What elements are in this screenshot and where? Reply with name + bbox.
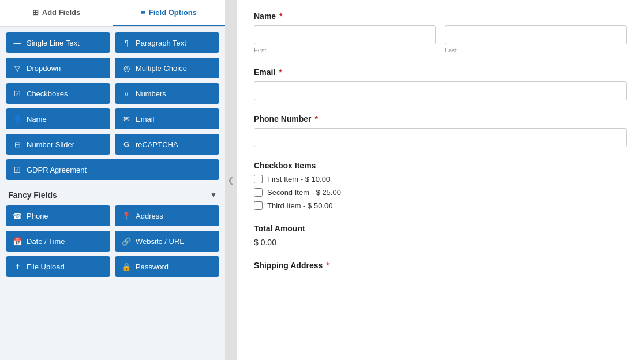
- field-btn-gdpr[interactable]: ☑ GDPR Agreement: [6, 159, 219, 180]
- phone-input[interactable]: [254, 128, 627, 147]
- gdpr-icon: ☑: [13, 165, 22, 174]
- email-icon: ✉: [122, 114, 131, 123]
- field-btn-file-upload[interactable]: ⬆ File Upload: [6, 256, 110, 277]
- field-btn-name[interactable]: 👤 Name: [6, 108, 110, 129]
- shipping-address-required: *: [324, 261, 329, 270]
- right-panel: Name * First Last Email * Phone Number *…: [237, 0, 644, 360]
- field-btn-checkboxes[interactable]: ☑ Checkboxes: [6, 83, 110, 104]
- chevron-left-icon: ❮: [227, 175, 234, 185]
- dropdown-icon: ▽: [13, 63, 22, 73]
- fancy-fields-collapse-icon: ▼: [210, 191, 217, 199]
- date-time-icon: 📅: [13, 237, 22, 246]
- checkbox-item-3-input[interactable]: [254, 201, 263, 210]
- total-amount-label: Total Amount: [254, 224, 627, 233]
- field-btn-address[interactable]: 📍 Address: [115, 205, 219, 226]
- recaptcha-icon: G: [122, 140, 131, 149]
- address-icon: 📍: [122, 211, 131, 220]
- numbers-icon: #: [122, 89, 131, 98]
- first-name-wrap: First: [254, 25, 436, 54]
- checkbox-item-2-label: Second Item - $ 25.00: [267, 188, 341, 197]
- tab-field-options-label: Field Options: [149, 8, 197, 17]
- email-required: *: [276, 68, 282, 77]
- name-label: Name *: [254, 12, 627, 21]
- website-url-icon: 🔗: [122, 237, 131, 246]
- fancy-fields-section-header[interactable]: Fancy Fields ▼: [6, 185, 219, 205]
- phone-number-label: Phone Number *: [254, 114, 627, 123]
- gdpr-grid: ☑ GDPR Agreement: [6, 159, 219, 180]
- form-total-amount-group: Total Amount $ 0.00: [254, 224, 627, 247]
- field-btn-single-line-text[interactable]: — Single Line Text: [6, 32, 110, 53]
- fancy-fields-label: Fancy Fields: [8, 190, 57, 200]
- left-panel: ⊞ Add Fields ≡ Field Options — Single Li…: [0, 0, 225, 360]
- name-row: First Last: [254, 25, 627, 54]
- checkbox-item-3-label: Third Item - $ 50.00: [267, 201, 332, 210]
- email-label: Email *: [254, 68, 627, 77]
- checkbox-item-2: Second Item - $ 25.00: [254, 188, 627, 197]
- field-btn-password[interactable]: 🔒 Password: [115, 256, 219, 277]
- field-btn-phone[interactable]: ☎ Phone: [6, 205, 110, 226]
- phone-icon: ☎: [13, 211, 22, 220]
- number-slider-icon: ⊟: [13, 140, 22, 149]
- field-options-icon: ≡: [141, 8, 145, 17]
- tab-field-options[interactable]: ≡ Field Options: [113, 0, 225, 26]
- checkboxes-icon: ☑: [13, 89, 22, 98]
- password-icon: 🔒: [122, 262, 131, 271]
- tab-add-fields-label: Add Fields: [42, 8, 80, 17]
- form-shipping-address-group: Shipping Address *: [254, 261, 627, 270]
- multiple-choice-icon: ◎: [122, 63, 131, 73]
- field-btn-date-time[interactable]: 📅 Date / Time: [6, 231, 110, 252]
- form-checkbox-group: Checkbox Items First Item - $ 10.00 Seco…: [254, 161, 627, 210]
- file-upload-icon: ⬆: [13, 262, 22, 271]
- form-email-group: Email *: [254, 68, 627, 100]
- form-phone-group: Phone Number *: [254, 114, 627, 147]
- shipping-address-label: Shipping Address *: [254, 261, 627, 270]
- tab-bar: ⊞ Add Fields ≡ Field Options: [0, 0, 225, 27]
- field-btn-numbers[interactable]: # Numbers: [115, 83, 219, 104]
- checkbox-items-list: First Item - $ 10.00 Second Item - $ 25.…: [254, 175, 627, 210]
- first-name-sub-label: First: [254, 47, 436, 54]
- field-btn-paragraph-text[interactable]: ¶ Paragraph Text: [115, 32, 219, 53]
- fancy-fields-grid: ☎ Phone 📍 Address 📅 Date / Time 🔗 Websit…: [6, 205, 219, 277]
- phone-required: *: [313, 114, 318, 123]
- field-btn-dropdown[interactable]: ▽ Dropdown: [6, 58, 110, 78]
- first-name-input[interactable]: [254, 25, 436, 44]
- field-btn-website-url[interactable]: 🔗 Website / URL: [115, 231, 219, 252]
- field-btn-multiple-choice[interactable]: ◎ Multiple Choice: [115, 58, 219, 78]
- last-name-wrap: Last: [445, 25, 627, 54]
- last-name-input[interactable]: [445, 25, 627, 44]
- field-btn-number-slider[interactable]: ⊟ Number Slider: [6, 134, 110, 155]
- name-required: *: [277, 12, 282, 21]
- name-icon: 👤: [13, 114, 22, 123]
- last-name-sub-label: Last: [445, 47, 627, 54]
- checkbox-item-1-label: First Item - $ 10.00: [267, 175, 330, 183]
- email-input[interactable]: [254, 81, 627, 100]
- field-btn-email[interactable]: ✉ Email: [115, 108, 219, 129]
- single-line-text-icon: —: [13, 38, 22, 47]
- checkbox-item-1: First Item - $ 10.00: [254, 175, 627, 183]
- panel-divider[interactable]: ❮: [225, 0, 237, 360]
- field-list-scroll[interactable]: — Single Line Text ¶ Paragraph Text ▽ Dr…: [0, 27, 225, 360]
- field-btn-recaptcha[interactable]: G reCAPTCHA: [115, 134, 219, 155]
- add-fields-icon: ⊞: [32, 8, 39, 17]
- checkbox-item-1-input[interactable]: [254, 175, 263, 183]
- total-amount-value: $ 0.00: [254, 238, 627, 247]
- form-name-group: Name * First Last: [254, 12, 627, 54]
- paragraph-text-icon: ¶: [122, 38, 131, 47]
- standard-fields-grid: — Single Line Text ¶ Paragraph Text ▽ Dr…: [6, 32, 219, 155]
- checkbox-item-3: Third Item - $ 50.00: [254, 201, 627, 210]
- checkbox-item-2-input[interactable]: [254, 188, 263, 197]
- tab-add-fields[interactable]: ⊞ Add Fields: [0, 0, 113, 26]
- checkbox-items-label: Checkbox Items: [254, 161, 627, 170]
